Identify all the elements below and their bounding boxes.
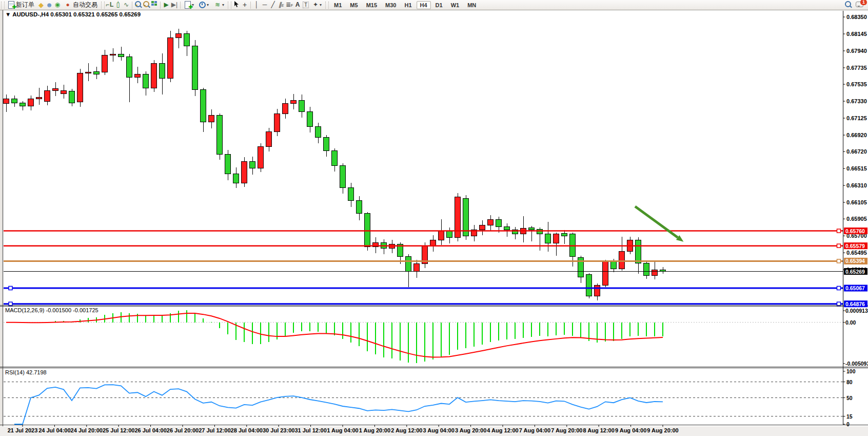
tab-timeframe-m30[interactable]: M30 bbox=[382, 1, 400, 9]
rsi-tick-label: 80 bbox=[846, 379, 853, 385]
zoom-in-icon[interactable]: + bbox=[134, 1, 142, 9]
price-tick-label: 0.67125 bbox=[846, 115, 867, 121]
candle-30 bbox=[250, 161, 255, 168]
signal-icon[interactable]: ◉ bbox=[53, 1, 62, 9]
macd-zero-label: 0.00 bbox=[845, 319, 856, 326]
search-icon[interactable] bbox=[845, 1, 851, 9]
candle-5 bbox=[45, 90, 50, 101]
bar-chart-icon[interactable]: ⌐L bbox=[106, 1, 114, 9]
chart-shift-icon[interactable]: ▶| bbox=[170, 1, 179, 9]
community-icon[interactable]: ☻ bbox=[45, 1, 53, 9]
candle-31 bbox=[258, 147, 264, 168]
chat-icon[interactable]: 1 bbox=[856, 2, 863, 9]
candle-23 bbox=[192, 46, 198, 89]
candle-41 bbox=[340, 166, 346, 188]
new-order-button[interactable]: ✚ 新订单 bbox=[6, 0, 36, 10]
cursor-icon[interactable] bbox=[232, 1, 241, 9]
vline-icon[interactable]: │ bbox=[252, 1, 261, 9]
gold-icon[interactable]: ◆ bbox=[37, 1, 45, 9]
candle-79 bbox=[652, 270, 658, 275]
candle-19 bbox=[160, 63, 165, 78]
new-chart-button[interactable]: ✚ ▾ bbox=[183, 0, 196, 10]
tile-windows-icon[interactable] bbox=[150, 1, 159, 9]
candle-21 bbox=[176, 33, 182, 37]
trendline-icon[interactable]: ╱ bbox=[269, 1, 277, 9]
hline-handle-right[interactable] bbox=[837, 229, 841, 233]
candle-39 bbox=[324, 138, 329, 151]
candle-50 bbox=[414, 264, 420, 271]
toolbar-grip[interactable] bbox=[1, 2, 5, 9]
toolbar-grip[interactable] bbox=[228, 2, 231, 9]
zoom-out-icon[interactable]: − bbox=[142, 1, 150, 9]
macd-max-label: 0.000913 bbox=[845, 308, 868, 314]
price-marker-label: 0.65760 bbox=[845, 228, 865, 234]
tab-timeframe-m5[interactable]: M5 bbox=[346, 1, 361, 9]
candle-13 bbox=[110, 54, 116, 55]
auto-trading-button[interactable]: ● 自动交易 bbox=[62, 0, 100, 10]
channel-icon[interactable]: ∥E bbox=[277, 1, 285, 9]
candle-0 bbox=[4, 99, 9, 104]
auto-trading-label: 自动交易 bbox=[73, 1, 97, 9]
time-tick-label: 27 Jul 12:00 bbox=[199, 427, 230, 433]
hline-handle-right[interactable] bbox=[837, 244, 841, 248]
tab-timeframe-mn[interactable]: MN bbox=[464, 1, 480, 9]
new-order-icon: ✚ bbox=[8, 1, 14, 9]
time-tick-label: 1 Aug 04:00 bbox=[327, 427, 358, 433]
templates-button[interactable]: ≋ ▾ bbox=[212, 0, 226, 10]
candle-3 bbox=[28, 99, 34, 106]
candle-35 bbox=[291, 100, 297, 103]
candle-11 bbox=[94, 71, 100, 74]
price-tick-label: 0.67735 bbox=[846, 65, 867, 71]
tab-timeframe-m15[interactable]: M15 bbox=[363, 1, 381, 9]
text-label-icon[interactable]: T bbox=[302, 1, 310, 9]
time-tick-label: 1 Aug 20:00 bbox=[359, 427, 390, 433]
candle-68 bbox=[562, 233, 567, 236]
chart-periods-button[interactable]: ▾ bbox=[197, 0, 211, 10]
autoscroll-icon[interactable]: ▶ bbox=[162, 1, 170, 9]
candle-66 bbox=[545, 234, 551, 243]
candle-25 bbox=[209, 115, 214, 122]
hline-handle-right[interactable] bbox=[837, 259, 841, 263]
symbol-header[interactable]: ▼ AUDUSD-,H4 0.65301 0.65321 0.65265 0.6… bbox=[5, 11, 141, 17]
time-tick-label: 7 Aug 04:00 bbox=[519, 427, 550, 433]
candle-40 bbox=[332, 151, 338, 166]
text-icon[interactable]: A bbox=[293, 1, 302, 9]
time-tick-label: 4 Aug 12:00 bbox=[487, 427, 518, 433]
candle-65 bbox=[537, 229, 543, 234]
candle-8 bbox=[69, 91, 75, 103]
candle-4 bbox=[36, 97, 42, 99]
candle-7 bbox=[61, 90, 67, 93]
candle-16 bbox=[135, 74, 141, 77]
candle-74 bbox=[611, 261, 617, 269]
candle-72 bbox=[595, 286, 600, 296]
toolbar-grip[interactable] bbox=[101, 2, 105, 9]
main-toolbar: ✚ 新订单 ◆ ☻ ◉ ● 自动交易 ⌐L ▯̍ ∿ + − ▶ ▶| ✚ ▾ … bbox=[0, 0, 868, 10]
shapes-button[interactable]: ✦ ▾ bbox=[310, 0, 324, 10]
tab-timeframe-w1[interactable]: W1 bbox=[447, 1, 463, 9]
time-tick-label: 28 Jul 04:00 bbox=[231, 427, 263, 433]
candle-14 bbox=[119, 54, 124, 56]
candle-22 bbox=[184, 33, 190, 46]
time-tick-label: 7 Aug 20:00 bbox=[551, 427, 582, 433]
fibonacci-icon[interactable]: ≣F bbox=[285, 1, 293, 9]
hline-icon[interactable]: ─ bbox=[261, 1, 269, 9]
candlestick-icon[interactable]: ▯̍ bbox=[114, 1, 122, 9]
notification-badge: 1 bbox=[860, 0, 867, 5]
price-tick-label: 0.66720 bbox=[846, 148, 867, 155]
autotrading-icon: ● bbox=[64, 1, 71, 9]
candle-15 bbox=[127, 56, 132, 77]
line-chart-icon[interactable]: ∿ bbox=[122, 1, 130, 9]
tab-timeframe-m1[interactable]: M1 bbox=[330, 1, 345, 9]
price-marker-label: 0.65579 bbox=[845, 243, 865, 249]
candle-17 bbox=[143, 74, 149, 88]
tab-timeframe-h4[interactable]: H4 bbox=[417, 1, 431, 9]
candle-18 bbox=[151, 63, 157, 88]
toolbar-grip[interactable] bbox=[325, 2, 329, 9]
tab-timeframe-d1[interactable]: D1 bbox=[432, 1, 446, 9]
time-tick-label: 26 Jul 04:00 bbox=[134, 427, 166, 433]
hline-handle-left[interactable] bbox=[9, 286, 12, 290]
crosshair-icon[interactable]: + bbox=[241, 1, 249, 9]
candle-42 bbox=[348, 188, 354, 200]
tab-timeframe-h1[interactable]: H1 bbox=[401, 1, 415, 9]
hline-handle-right[interactable] bbox=[837, 286, 841, 290]
